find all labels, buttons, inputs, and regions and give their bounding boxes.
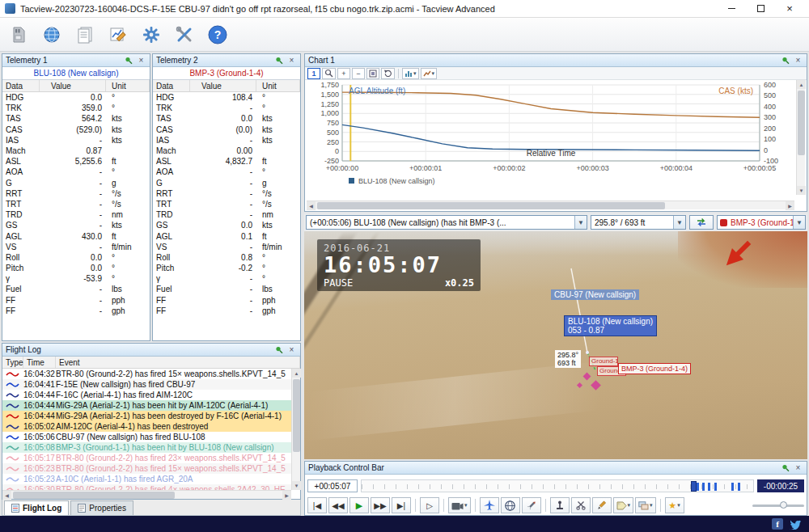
- zoom-in-button[interactable]: +: [337, 68, 350, 79]
- object-label-blu108[interactable]: BLU-108 (New callsign) 053 - 0.87: [564, 315, 657, 336]
- flight-log-row[interactable]: 16:05:02AIM-120C (Aerial-4-1) has been d…: [2, 421, 291, 432]
- object-label-ground-a[interactable]: Ground-1-: [589, 357, 618, 366]
- trim-recording-button[interactable]: [571, 497, 591, 513]
- column-header-value[interactable]: Value: [190, 80, 256, 91]
- bearing-range-dropdown[interactable]: 295.8° / 693 ft ▼: [591, 215, 686, 230]
- flight-log-row[interactable]: 16:05:06CBU-97 (New callsign) has fired …: [2, 432, 291, 442]
- telemetry-row[interactable]: TRD-nm: [2, 209, 150, 220]
- telemetry-row[interactable]: G-g: [153, 178, 300, 188]
- pin-icon[interactable]: [780, 55, 790, 65]
- column-header-data[interactable]: Data: [2, 80, 40, 91]
- telemetry-table-header[interactable]: Data Value Unit: [153, 80, 300, 92]
- telemetry-row[interactable]: Pitch0.0°: [2, 263, 150, 273]
- fast-forward-button[interactable]: ▶▶: [371, 497, 390, 513]
- timeline-bookmark[interactable]: [731, 483, 734, 491]
- scroll-down-arrow[interactable]: ▼: [797, 186, 806, 195]
- tab-properties[interactable]: Properties: [70, 500, 133, 515]
- telemetry-row[interactable]: AGL430.0ft: [2, 230, 150, 241]
- close-panel-button[interactable]: ×: [793, 462, 803, 473]
- column-header-unit[interactable]: Unit: [256, 80, 300, 91]
- flight-log-row[interactable]: 16:05:23BTR-80 (Ground-2-2) has fired 15…: [2, 463, 291, 474]
- telemetry-row[interactable]: Pitch-0.2°: [153, 263, 300, 273]
- telemetry-callsign[interactable]: BMP-3 (Ground-1-4): [153, 67, 300, 80]
- timeline-bookmark[interactable]: [697, 483, 699, 491]
- column-header-time[interactable]: Time: [23, 357, 56, 368]
- telemetry-row[interactable]: HDG108.4°: [153, 92, 300, 103]
- telemetry-row[interactable]: Mach0.87: [2, 146, 150, 156]
- timeline-handle[interactable]: [691, 481, 697, 492]
- chart-options-menu-button[interactable]: ▾: [421, 68, 438, 79]
- chart-panel-header[interactable]: Chart 1 ×: [305, 54, 807, 67]
- settings-button[interactable]: [136, 20, 167, 49]
- rewind-button[interactable]: ◀◀: [328, 497, 348, 513]
- chart-type-menu-button[interactable]: ▾: [402, 68, 419, 79]
- telemetry-row[interactable]: CAS(529.0)kts: [2, 125, 150, 135]
- charts-button[interactable]: [103, 20, 133, 49]
- telemetry-row[interactable]: TRT-°/s: [2, 199, 150, 209]
- object-label-cbu97[interactable]: CBU-97 (New callsign): [551, 289, 639, 300]
- telemetry-row[interactable]: IAS-kts: [2, 135, 150, 146]
- zoom-select-button[interactable]: [322, 68, 336, 79]
- aircraft-camera-button[interactable]: [480, 497, 499, 513]
- jump-to-end-button[interactable]: ▶|: [392, 497, 411, 513]
- telemetry-row[interactable]: TAS564.2kts: [2, 113, 150, 124]
- world-map-button[interactable]: [36, 20, 67, 49]
- telemetry-row[interactable]: FF-pph: [153, 295, 300, 306]
- playback-panel-header[interactable]: Playback Control Bar ×: [305, 462, 807, 475]
- zoom-out-button[interactable]: −: [352, 68, 365, 79]
- chart-page-button[interactable]: 1: [307, 68, 320, 79]
- scroll-right-arrow[interactable]: ▶: [282, 491, 291, 500]
- objects-menu-button[interactable]: ▾: [635, 497, 656, 513]
- telemetry-row[interactable]: IAS-kts: [153, 135, 300, 146]
- pin-icon[interactable]: [780, 462, 790, 473]
- telemetry-1-panel-header[interactable]: Telemetry 1 ×: [2, 54, 150, 67]
- column-header-event[interactable]: Event: [56, 357, 300, 368]
- column-header-type[interactable]: Type: [2, 357, 23, 368]
- pin-icon[interactable]: [273, 55, 284, 65]
- tab-flight-log[interactable]: Flight Log: [4, 500, 69, 515]
- flight-log-row[interactable]: 16:05:17BTR-80 (Ground-2-2) has fired 23…: [2, 453, 291, 463]
- telemetry-row[interactable]: Fuel-lbs: [2, 284, 150, 294]
- close-panel-button[interactable]: ×: [793, 55, 803, 65]
- column-header-value[interactable]: Value: [40, 80, 106, 91]
- flight-log-horizontal-scrollbar[interactable]: ◀ ▶: [2, 490, 291, 499]
- device-import-button[interactable]: [3, 20, 34, 49]
- telemetry-row[interactable]: ASL5,255.6ft: [2, 156, 150, 167]
- telemetry-row[interactable]: RRT-°/s: [2, 188, 150, 199]
- telemetry-row[interactable]: γ-°: [153, 273, 300, 284]
- labels-menu-button[interactable]: ▾: [613, 497, 634, 513]
- telemetry-row[interactable]: FF-pph: [2, 295, 150, 306]
- weapon-camera-button[interactable]: [522, 497, 541, 513]
- scroll-right-arrow[interactable]: ▶: [786, 201, 794, 210]
- briefing-button[interactable]: [70, 20, 100, 49]
- facebook-icon[interactable]: f: [772, 518, 783, 530]
- telemetry-row[interactable]: CAS(0.0)kts: [153, 125, 300, 135]
- play-button[interactable]: ▶: [349, 497, 369, 513]
- close-panel-button[interactable]: ×: [286, 55, 297, 65]
- column-header-unit[interactable]: Unit: [106, 80, 150, 91]
- telemetry-table-header[interactable]: Data Value Unit: [2, 80, 150, 92]
- cockpit-view-button[interactable]: [550, 497, 570, 513]
- camera-menu-button[interactable]: ▾: [448, 497, 471, 513]
- column-header-data[interactable]: Data: [153, 80, 190, 91]
- flight-log-vertical-scrollbar[interactable]: ▲ ▼: [291, 369, 300, 490]
- close-panel-button[interactable]: ×: [286, 344, 297, 355]
- telemetry-row[interactable]: ASL4,832.7ft: [153, 156, 300, 167]
- telemetry-row[interactable]: FF-gph: [2, 306, 150, 316]
- 3d-viewport[interactable]: 2016-06-21 16:05:07 PAUSE x0.25 CBU-97 (…: [304, 231, 807, 459]
- scroll-up-arrow[interactable]: ▲: [797, 80, 806, 89]
- timeline-bookmark[interactable]: [708, 483, 710, 491]
- scroll-down-arrow[interactable]: ▼: [292, 481, 301, 490]
- scroll-left-arrow[interactable]: ◀: [307, 201, 316, 210]
- current-time-display[interactable]: +00:05:07: [307, 479, 358, 492]
- timeline-bookmark[interactable]: [714, 483, 717, 491]
- flight-log-panel-header[interactable]: Flight Log ×: [2, 344, 300, 357]
- flight-log-row[interactable]: 16:04:44F-16C (Aerial-4-1) has fired AIM…: [2, 390, 291, 400]
- flight-log-row[interactable]: 16:04:44MiG-29A (Aerial-2-1) has been hi…: [2, 400, 291, 411]
- event-selector-dropdown[interactable]: (+00:05:06) BLU-108 (New callsign) (has …: [306, 215, 587, 230]
- jump-to-start-button[interactable]: |◀: [307, 497, 327, 513]
- flight-log-row[interactable]: 16:04:41F-15E (New callsign) has fired C…: [2, 379, 291, 390]
- telemetry-row[interactable]: Roll0.8°: [153, 252, 300, 263]
- telemetry-row[interactable]: GS-kts: [2, 220, 150, 230]
- scrollbar-thumb[interactable]: [798, 91, 805, 155]
